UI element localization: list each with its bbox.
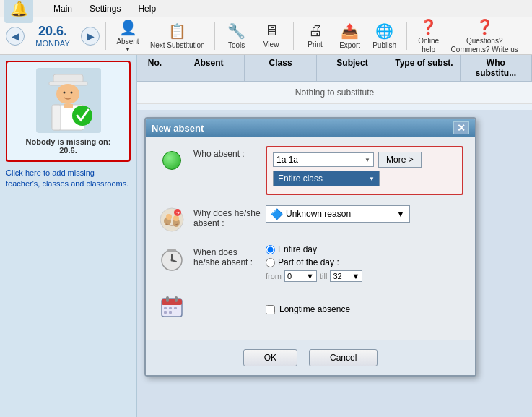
from-select[interactable]: 0 ▼ [284,270,317,282]
online-help-button[interactable]: ❓ Onlinehelp [413,20,445,52]
nav-next-button[interactable]: ▶ [81,27,100,46]
svg-rect-26 [169,307,172,309]
part-of-day-radio[interactable] [266,258,275,267]
reason-value: Unknown reason [286,209,396,219]
ok-button[interactable]: OK [243,349,297,366]
green-status-circle [162,151,181,170]
tools-button[interactable]: 🔧 Tools [221,20,253,52]
absent-icon: 👤 [119,19,137,36]
nobody-missing-text: Nobody is missing on: 20.6. [26,137,111,155]
date-display: 20.6. MONDAY [27,24,78,48]
print-icon: 🖨 [308,22,323,39]
class-dropdown-row: 1a 1a ▼ More > [273,152,456,168]
clock-icon-svg [159,246,185,272]
absent-button[interactable]: 👤 Absent ▼ [112,20,144,52]
tools-icon: 🔧 [227,22,245,40]
content-area: Nobody is missing on: 20.6. Click here t… [0,55,532,417]
col-header-no: No. [137,55,173,81]
svg-point-3 [64,92,66,94]
svg-point-2 [56,84,79,104]
publish-icon: 🌐 [375,22,393,40]
left-panel: Nobody is missing on: 20.6. Click here t… [0,55,137,417]
svg-rect-24 [175,296,178,302]
why-absent-label: Why does he/she absent : [193,205,266,228]
view-button[interactable]: 🖥 View [256,20,287,52]
col-header-class: Class [245,55,316,81]
reason-icon: 🔷 [271,208,283,220]
person-card[interactable]: Nobody is missing on: 20.6. [6,61,131,162]
class-select[interactable]: 1a 1a ▼ [273,152,374,167]
publish-button[interactable]: 🌐 Publish [369,20,401,52]
entire-day-row: Entire day [266,244,463,254]
click-hint-text[interactable]: Click here to add missing teacher's, cla… [6,168,131,190]
calendar-icon-svg [159,293,185,319]
toolbar-separator-4 [406,22,407,50]
col-header-type: Type of subst. [388,55,460,81]
part-of-day-row: Part of the day : [266,257,463,267]
from-label: from [266,272,282,280]
when-absent-label: When does he/she absent : [193,244,266,267]
till-select[interactable]: 32 ▼ [330,270,362,282]
part-of-day-label: Part of the day : [278,257,339,267]
svg-rect-27 [174,307,177,309]
svg-point-4 [71,92,73,94]
absent-dropdown-arrow: ▼ [125,46,131,53]
why-absent-section: ? Why does he/she absent : 🔷 Unknown rea… [157,205,463,234]
dialog-title-text: New absent [152,123,204,134]
when-absent-controls: Entire day Part of the day : from 0 ▼ [266,244,463,282]
col-header-who: Who substitu... [461,55,532,81]
view-label: View [263,40,279,49]
export-button[interactable]: 📤 Export [334,20,366,52]
print-label: Print [308,40,323,49]
dialog-title-bar: New absent ✕ [146,119,475,137]
reason-select[interactable]: 🔷 Unknown reason ▼ [266,205,410,223]
publish-label: Publish [372,41,396,50]
time-range-row: from 0 ▼ till 32 ▼ [266,270,463,282]
cancel-button[interactable]: Cancel [309,349,378,366]
absent-label-group: Absent ▼ [116,38,139,53]
dialog-close-button[interactable]: ✕ [453,121,469,134]
svg-rect-22 [162,299,182,305]
next-sub-label: Next Substitution [150,41,205,50]
date-day: MONDAY [27,39,78,48]
print-button[interactable]: 🖨 Print [300,20,331,52]
toolbar-separator-2 [214,22,215,50]
toolbar-separator [105,22,106,50]
till-arrow: ▼ [352,272,360,280]
dialog-overlay: New absent ✕ Who absent : 1a 1a [137,110,532,417]
more-button[interactable]: More > [378,152,422,168]
questions-button[interactable]: ❓ Questions?Comments? Write us [448,20,522,52]
dialog-body: Who absent : 1a 1a ▼ More > [146,137,475,340]
avatar-svg [38,69,99,132]
dialog-footer: OK Cancel [146,340,475,375]
entire-day-radio[interactable] [266,245,275,254]
menu-settings[interactable]: Settings [87,2,123,15]
svg-text:?: ? [176,210,180,217]
next-substitution-button[interactable]: 📋 Next Substitution [147,20,209,52]
questions-icon: ❓ [476,18,494,35]
online-help-icon: ❓ [419,18,437,35]
longtime-icon [157,292,186,321]
col-header-absent: Absent [173,55,245,81]
table-header: No. Absent Class Subject Type of subst. … [137,55,532,82]
svg-rect-25 [164,307,167,309]
who-absent-icon [157,146,186,175]
who-absent-label: Who absent : [193,146,266,159]
avatar [36,68,101,133]
when-absent-section: When does he/she absent : Entire day Par… [157,244,463,282]
nav-prev-button[interactable]: ◀ [6,27,25,46]
svg-rect-6 [52,105,61,130]
entire-class-select[interactable]: Entire class ▼ [273,171,380,186]
from-value: 0 [287,272,292,280]
entire-day-label: Entire day [278,244,317,254]
online-help-label: Onlinehelp [418,37,439,54]
svg-rect-28 [164,311,167,314]
longtime-section: Longtime absence [157,292,463,321]
tools-label: Tools [228,41,245,50]
menu-main[interactable]: Main [51,2,75,15]
next-sub-icon: 📋 [168,22,186,40]
longtime-checkbox[interactable] [266,305,275,314]
svg-rect-7 [64,104,73,108]
till-label: till [320,272,327,280]
menu-help[interactable]: Help [135,2,159,15]
